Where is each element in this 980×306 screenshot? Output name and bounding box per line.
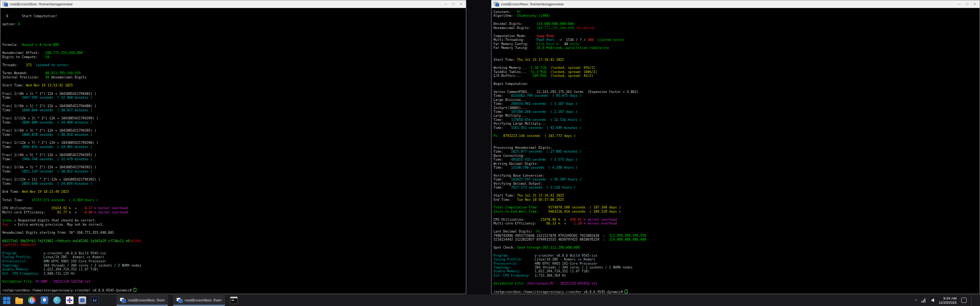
right-titlebar[interactable]: root@crunchbox: /home/storagereview – □ … bbox=[492, 0, 980, 8]
maximize-icon[interactable]: □ bbox=[452, 2, 454, 6]
taskbar: Lr root@crunchbox: /hom root@crunchbox: … bbox=[0, 295, 980, 306]
terminal-app-icon[interactable] bbox=[230, 296, 238, 304]
archive-app-icon[interactable] bbox=[78, 296, 86, 304]
taskbar-window-button-right-putty[interactable]: root@crunchbox: /hom bbox=[173, 295, 225, 306]
maximize-icon[interactable]: □ bbox=[966, 2, 968, 6]
left-window-title: root@crunchbox: /home/storagereview bbox=[10, 2, 445, 6]
taskbar-window-label: root@crunchbox: /hom bbox=[128, 298, 165, 302]
clock-time: 9:34 AM bbox=[939, 296, 957, 300]
tray-network-icon[interactable] bbox=[921, 298, 926, 303]
close-icon[interactable]: × bbox=[460, 2, 462, 6]
show-desktop-button[interactable] bbox=[971, 295, 973, 306]
taskbar-window-label: root@crunchbox: /hom bbox=[185, 298, 221, 302]
right-window-title: root@crunchbox: /home/storagereview bbox=[501, 2, 959, 6]
tray-overflow-chevron-icon[interactable]: ^ bbox=[915, 299, 917, 303]
lightroom-icon[interactable]: Lr bbox=[91, 296, 99, 304]
firefox-icon[interactable] bbox=[104, 296, 111, 304]
left-titlebar[interactable]: root@crunchbox: /home/storagereview – □ … bbox=[0, 0, 466, 8]
globe-app-icon[interactable] bbox=[53, 296, 61, 304]
chrome-icon[interactable] bbox=[28, 296, 36, 304]
taskbar-clock[interactable]: 9:34 AM 11/20/2025 bbox=[939, 296, 957, 304]
putty-icon bbox=[3, 2, 8, 6]
clock-date: 11/20/2025 bbox=[939, 300, 957, 304]
putty-icon bbox=[494, 2, 499, 6]
right-terminal-output[interactable]: Constant: PiAlgorithm: Chudnovsky (1988)… bbox=[492, 8, 980, 294]
close-icon[interactable]: × bbox=[973, 2, 976, 6]
left-terminal-output[interactable]: 0 Start Computation! option: 0 Formula: … bbox=[0, 8, 466, 294]
putty-window-right: root@crunchbox: /home/storagereview – □ … bbox=[491, 0, 980, 294]
utility-app-icon[interactable] bbox=[66, 296, 74, 304]
minimize-icon[interactable]: – bbox=[959, 2, 961, 6]
putty-window-left: root@crunchbox: /home/storagereview – □ … bbox=[0, 0, 466, 294]
notification-center-icon[interactable] bbox=[961, 298, 967, 303]
putty-icon bbox=[120, 298, 126, 303]
tray-volume-icon[interactable] bbox=[931, 298, 934, 302]
putty-icon bbox=[176, 298, 182, 303]
taskbar-window-button-left-putty[interactable]: root@crunchbox: /hom bbox=[116, 295, 168, 306]
minimize-icon[interactable]: – bbox=[445, 2, 447, 6]
start-button-icon[interactable] bbox=[3, 297, 10, 304]
system-tray: ^ 9:34 AM 11/20/2025 bbox=[915, 295, 977, 306]
security-app-icon[interactable] bbox=[41, 296, 48, 304]
file-explorer-icon[interactable] bbox=[15, 298, 23, 304]
